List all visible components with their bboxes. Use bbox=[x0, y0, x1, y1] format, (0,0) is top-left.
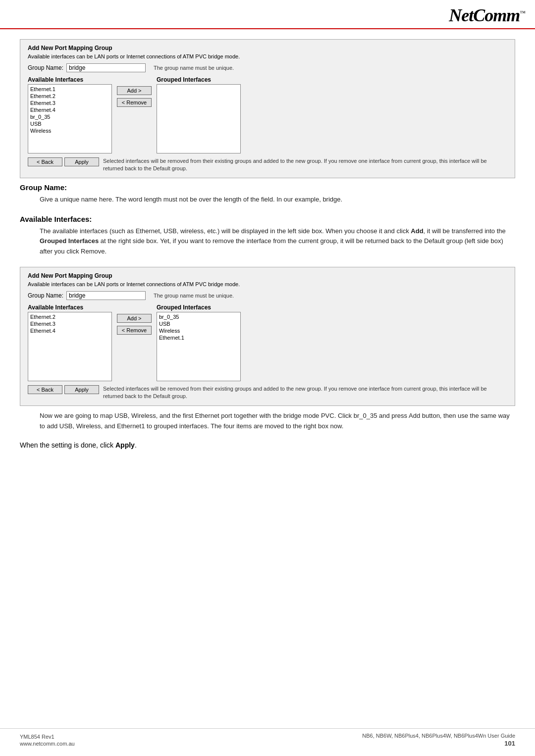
logo-tm: ™ bbox=[520, 9, 525, 16]
body-text-part-2: , it will be transferred into the bbox=[424, 227, 506, 235]
list-item[interactable]: USB bbox=[158, 320, 239, 327]
interfaces-container-2: Available Interfaces Ethernet.2 Ethernet… bbox=[28, 304, 507, 381]
body-text-grouped-bold: Grouped Interfaces bbox=[40, 237, 99, 245]
panel-1-bottom: < Back Apply Selected interfaces will be… bbox=[28, 157, 507, 173]
logo-name: NetComm bbox=[449, 5, 520, 25]
panel-2-action-buttons: < Back Apply bbox=[28, 385, 99, 394]
interface-buttons-1: Add > < Remove bbox=[117, 76, 152, 107]
list-item[interactable]: Ethernet.3 bbox=[29, 100, 110, 106]
list-item[interactable]: Ethernet.3 bbox=[29, 320, 110, 327]
available-interfaces-container-1: Available Interfaces Ethernet.1 Ethernet… bbox=[28, 76, 112, 153]
available-listbox-2[interactable]: Ethernet.2 Ethernet.3 Ethernet.4 bbox=[28, 312, 112, 381]
grouped-label-2: Grouped Interfaces bbox=[157, 304, 241, 311]
page-header: NetComm™ bbox=[0, 0, 535, 29]
when-done-apply-bold: Apply bbox=[115, 441, 135, 449]
list-item[interactable]: Ethernet.2 bbox=[29, 313, 110, 320]
panel-1-action-buttons: < Back Apply bbox=[28, 157, 99, 166]
footer-url: www.netcomm.com.au bbox=[20, 741, 75, 747]
group-name-label-2: Group Name: bbox=[28, 292, 63, 299]
panel-1-note: Selected interfaces will be removed from… bbox=[103, 157, 507, 173]
group-name-hint-1: The group name must be unique. bbox=[154, 65, 234, 71]
add-button-1[interactable]: Add > bbox=[117, 86, 152, 95]
available-interfaces-body-text: The available interfaces (such as Ethern… bbox=[20, 226, 515, 257]
group-name-input-1[interactable] bbox=[66, 63, 146, 72]
available-listbox-1[interactable]: Ethernet.1 Ethernet.2 Ethernet.3 Etherne… bbox=[28, 84, 112, 153]
back-button-1[interactable]: < Back bbox=[28, 157, 62, 166]
footer-left: YML854 Rev1 www.netcomm.com.au bbox=[20, 734, 75, 747]
netcomm-logo: NetComm™ bbox=[449, 5, 525, 26]
page-footer: YML854 Rev1 www.netcomm.com.au NB6, NB6W… bbox=[0, 728, 535, 751]
list-item[interactable]: Ethernet.1 bbox=[158, 334, 239, 341]
list-item[interactable]: br_0_35 bbox=[29, 113, 110, 120]
body-text-part-1: The available interfaces (such as Ethern… bbox=[40, 227, 411, 235]
panel-2-bottom: < Back Apply Selected interfaces will be… bbox=[28, 385, 507, 401]
grouped-label-1: Grouped Interfaces bbox=[157, 76, 241, 83]
list-item[interactable]: Ethernet.4 bbox=[29, 327, 110, 334]
list-item[interactable]: Ethernet.2 bbox=[29, 93, 110, 100]
available-label-2: Available Interfaces bbox=[28, 304, 112, 311]
remove-button-1[interactable]: < Remove bbox=[117, 98, 152, 107]
section-3-text: Now we are going to map USB, Wireless, a… bbox=[20, 411, 515, 432]
interface-buttons-2: Add > < Remove bbox=[117, 304, 152, 335]
grouped-interfaces-container-1: Grouped Interfaces bbox=[157, 76, 241, 153]
grouped-listbox-1[interactable] bbox=[157, 84, 241, 153]
when-done-section: When the setting is done, click Apply. bbox=[20, 441, 515, 449]
group-name-row-1: Group Name: The group name must be uniqu… bbox=[28, 63, 507, 72]
list-item[interactable]: Wireless bbox=[29, 127, 110, 134]
footer-guide-title: NB6, NB6W, NB6Plus4, NB6Plus4W, NB6Plus4… bbox=[362, 733, 515, 739]
section-3: Now we are going to map USB, Wireless, a… bbox=[20, 411, 515, 432]
group-name-hint-2: The group name must be unique. bbox=[154, 293, 234, 299]
group-name-row-2: Group Name: The group name must be uniqu… bbox=[28, 291, 507, 300]
apply-button-2[interactable]: Apply bbox=[64, 385, 99, 394]
remove-button-2[interactable]: < Remove bbox=[117, 326, 152, 335]
group-name-heading: Group Name: bbox=[20, 183, 515, 192]
panel-2-description: Available interfaces can be LAN ports or… bbox=[28, 281, 507, 287]
panel-2: Add New Port Mapping Group Available int… bbox=[20, 267, 515, 406]
available-label-1: Available Interfaces bbox=[28, 76, 112, 83]
grouped-listbox-2[interactable]: br_0_35 USB Wireless Ethernet.1 bbox=[157, 312, 241, 381]
when-done-prefix: When the setting is done, click bbox=[20, 441, 115, 449]
body-text-add-bold: Add bbox=[411, 227, 423, 235]
body-text-part-3: at the right side box. Yet, if you want … bbox=[40, 237, 503, 255]
available-interfaces-container-2: Available Interfaces Ethernet.2 Ethernet… bbox=[28, 304, 112, 381]
apply-button-1[interactable]: Apply bbox=[64, 157, 99, 166]
panel-2-title: Add New Port Mapping Group bbox=[28, 272, 507, 279]
main-content: Add New Port Mapping Group Available int… bbox=[0, 29, 535, 489]
list-item[interactable]: Wireless bbox=[158, 327, 239, 334]
add-button-2[interactable]: Add > bbox=[117, 314, 152, 323]
list-item[interactable]: USB bbox=[29, 120, 110, 127]
footer-page-number: 101 bbox=[504, 740, 515, 747]
section-available-interfaces: Available Interfaces: The available inte… bbox=[20, 215, 515, 257]
list-item[interactable]: Ethernet.1 bbox=[29, 86, 110, 93]
list-item[interactable]: Ethernet.4 bbox=[29, 106, 110, 113]
group-name-input-2[interactable] bbox=[66, 291, 146, 300]
group-name-label-1: Group Name: bbox=[28, 64, 63, 71]
grouped-interfaces-container-2: Grouped Interfaces br_0_35 USB Wireless … bbox=[157, 304, 241, 381]
panel-2-note: Selected interfaces will be removed from… bbox=[103, 385, 507, 401]
interfaces-container-1: Available Interfaces Ethernet.1 Ethernet… bbox=[28, 76, 507, 153]
available-interfaces-heading: Available Interfaces: bbox=[20, 215, 515, 223]
back-button-2[interactable]: < Back bbox=[28, 385, 62, 394]
footer-model: YML854 Rev1 bbox=[20, 734, 75, 740]
panel-1: Add New Port Mapping Group Available int… bbox=[20, 39, 515, 178]
group-name-body-text: Give a unique name here. The word length… bbox=[20, 195, 515, 205]
panel-1-description: Available interfaces can be LAN ports or… bbox=[28, 53, 507, 59]
when-done-suffix: . bbox=[135, 441, 137, 449]
section-group-name: Group Name: Give a unique name here. The… bbox=[20, 183, 515, 205]
footer-right: NB6, NB6W, NB6Plus4, NB6Plus4W, NB6Plus4… bbox=[362, 733, 515, 747]
list-item[interactable]: br_0_35 bbox=[158, 313, 239, 320]
panel-1-title: Add New Port Mapping Group bbox=[28, 45, 507, 51]
